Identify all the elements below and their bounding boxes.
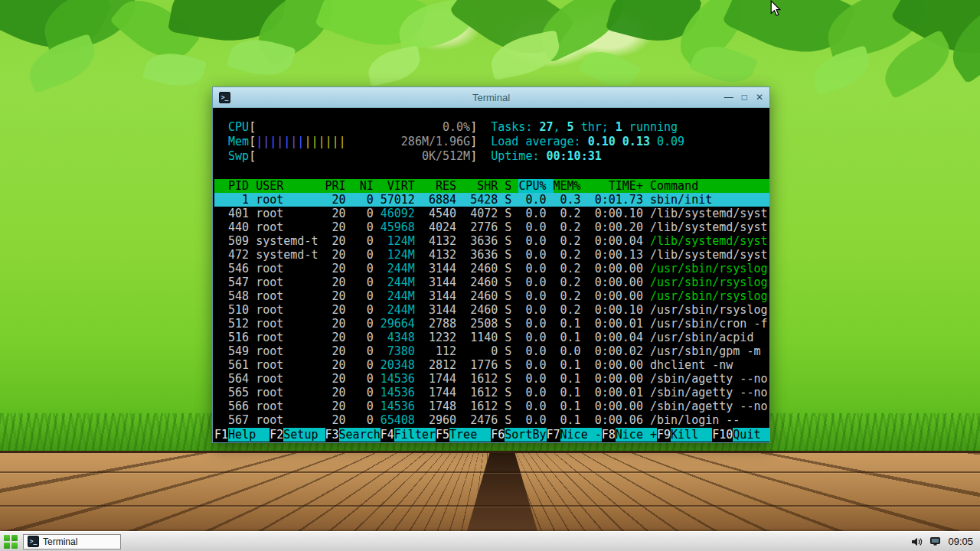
fn-f6-button[interactable]: F6SortBy (491, 428, 546, 442)
column-header-virt[interactable]: VIRT (381, 179, 422, 193)
user-cell: root (256, 262, 325, 276)
time-cell: 0:00.10 (588, 207, 650, 220)
window-titlebar[interactable]: >_ Terminal — □ ✕ (213, 87, 769, 108)
fn-f9-button[interactable]: F9Kill (657, 428, 712, 442)
column-header-state[interactable]: S (505, 179, 518, 193)
threads-count: 5 (567, 120, 574, 134)
display-icon[interactable] (929, 536, 941, 547)
column-header-pid[interactable]: PID (214, 179, 256, 193)
process-row[interactable]: 547 root 20 0 244M 3144 2460 S 0.0 0.2 0… (214, 276, 769, 289)
fn-f8-button[interactable]: F8Nice + (602, 428, 657, 442)
fn-key-text: F5 (436, 428, 449, 442)
process-row[interactable]: 440 root 20 0 45968 4024 2776 S 0.0 0.2 … (214, 220, 769, 234)
virt-cell: 57012 (381, 193, 422, 207)
column-header-command[interactable]: Command (650, 179, 698, 193)
cpu-meter-label: CPU (214, 120, 249, 134)
column-header-time[interactable]: TIME+ (588, 179, 650, 193)
maximize-button[interactable]: □ (742, 92, 747, 103)
fn-f4-button[interactable]: F4Filter (381, 428, 436, 442)
state-cell: S (505, 193, 518, 207)
mem-pct-cell: 0.1 (554, 386, 588, 399)
command-cell: /usr/sbin/acpid (650, 331, 753, 344)
res-cell: 1748 (422, 399, 463, 413)
process-row[interactable]: 401 root 20 0 46092 4540 4072 S 0.0 0.2 … (214, 207, 769, 220)
column-header-res[interactable]: RES (422, 179, 463, 193)
column-header-shr[interactable]: SHR (463, 179, 505, 193)
pid-cell: 567 (214, 413, 256, 427)
mem-meter-value: 286M/1.96G (346, 135, 471, 148)
shr-cell: 3636 (463, 248, 505, 262)
fn-label-text: SortBy (505, 428, 546, 442)
taskbar-clock[interactable]: 09:05 (948, 536, 973, 547)
res-cell: 3144 (422, 303, 463, 317)
user-cell: root (256, 193, 325, 207)
function-key-bar: F1Help F2Setup F3SearchF4FilterF5Tree F6… (213, 428, 769, 442)
fn-f3-button[interactable]: F3Search (325, 428, 381, 442)
virt-cell: 45968 (381, 220, 422, 234)
virt-cell: 14536 (381, 372, 422, 386)
time-cell: 0:00.10 (588, 303, 650, 317)
state-cell: S (505, 344, 518, 358)
command-cell: /usr/sbin/rsyslog (650, 289, 768, 303)
pri-cell: 20 (325, 303, 353, 317)
fn-f5-button[interactable]: F5Tree (436, 428, 491, 442)
user-cell: root (256, 276, 325, 289)
command-cell: /sbin/agetty --no (650, 399, 768, 413)
process-row[interactable]: 1 root 20 0 57012 6884 5428 S 0.0 0.3 0:… (214, 193, 769, 207)
process-row[interactable]: 512 root 20 0 29664 2788 2508 S 0.0 0.1 … (214, 317, 769, 331)
app-menu-button[interactable] (4, 535, 18, 549)
pri-cell: 20 (325, 372, 353, 386)
shr-cell: 5428 (463, 193, 505, 207)
virt-cell: 244M (381, 303, 422, 317)
mem-pct-cell: 0.0 (554, 344, 588, 358)
fn-f2-button[interactable]: F2Setup (270, 428, 325, 442)
fn-key-text: F6 (491, 428, 505, 442)
time-cell: 0:00.02 (588, 344, 650, 358)
process-row[interactable]: 566 root 20 0 14536 1748 1612 S 0.0 0.1 … (214, 399, 769, 413)
res-cell: 2960 (422, 413, 463, 427)
process-row[interactable]: 549 root 20 0 7380 112 0 S 0.0 0.0 0:00.… (214, 344, 769, 358)
mem-pct-cell: 0.1 (554, 317, 588, 331)
pri-cell: 20 (325, 234, 353, 248)
shr-cell: 1612 (463, 386, 505, 399)
time-cell: 0:00.04 (588, 234, 650, 248)
fn-label-text: Quit (733, 428, 769, 442)
taskbar-terminal-button[interactable]: >_ Terminal (23, 534, 121, 549)
close-button[interactable]: ✕ (756, 92, 763, 103)
user-cell: root (256, 372, 325, 386)
terminal-text (477, 149, 491, 163)
pid-cell: 472 (214, 248, 256, 262)
process-row[interactable]: 564 root 20 0 14536 1744 1612 S 0.0 0.1 … (214, 372, 769, 386)
tasks-label: Tasks: (491, 120, 539, 134)
process-row[interactable]: 472 systemd-t 20 0 124M 4132 3636 S 0.0 … (214, 248, 769, 262)
process-row[interactable]: 516 root 20 0 4348 1232 1140 S 0.0 0.1 0… (214, 331, 769, 344)
res-cell: 1744 (422, 386, 463, 399)
fn-f10-button[interactable]: F10Quit (712, 428, 769, 442)
fn-f1-button[interactable]: F1Help (214, 428, 270, 442)
volume-icon[interactable] (910, 536, 923, 548)
process-row[interactable]: 561 root 20 0 20348 2812 1776 S 0.0 0.1 … (214, 358, 769, 372)
process-row[interactable]: 510 root 20 0 244M 3144 2460 S 0.0 0.2 0… (214, 303, 769, 317)
command-cell: /lib/systemd/syst (650, 234, 768, 248)
column-header-user[interactable]: USER (256, 179, 325, 193)
res-cell: 4024 (422, 220, 463, 234)
process-row[interactable]: 548 root 20 0 244M 3144 2460 S 0.0 0.2 0… (214, 289, 769, 303)
load-average-label: Load average: (491, 135, 587, 148)
process-row[interactable]: 546 root 20 0 244M 3144 2460 S 0.0 0.2 0… (214, 262, 769, 276)
process-row[interactable]: 565 root 20 0 14536 1744 1612 S 0.0 0.1 … (214, 386, 769, 399)
pid-cell: 561 (214, 358, 256, 372)
process-row[interactable]: 509 systemd-t 20 0 124M 4132 3636 S 0.0 … (214, 234, 769, 248)
process-row[interactable]: 567 root 20 0 65408 2960 2476 S 0.0 0.1 … (214, 413, 769, 427)
time-cell: 0:00.00 (588, 289, 650, 303)
user-cell: root (256, 358, 325, 372)
column-header-pri[interactable]: PRI (325, 179, 353, 193)
fn-label-text: Tree (449, 428, 491, 442)
fn-f7-button[interactable]: F7Nice - (547, 428, 602, 442)
user-cell: root (256, 413, 325, 427)
virt-cell: 244M (381, 276, 422, 289)
column-header-ni[interactable]: NI (353, 179, 381, 193)
column-header-cpu-sorted[interactable]: CPU% (518, 179, 553, 193)
state-cell: S (505, 289, 518, 303)
minimize-button[interactable]: — (724, 92, 733, 103)
column-header-mem[interactable]: MEM% (554, 179, 588, 193)
